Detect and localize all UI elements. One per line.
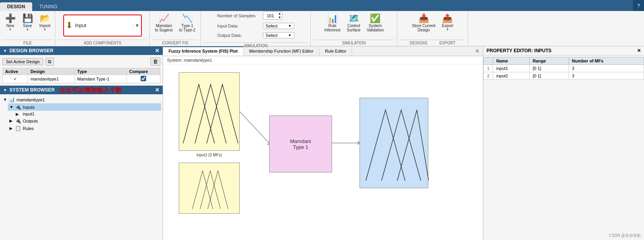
store-design-label: Store Current Design [412,24,435,32]
spinner-down[interactable]: ▼ [277,16,282,20]
rule-inference-label: Rule Inference [324,24,341,32]
save-icon: 💾 [22,14,33,23]
tree-item-outputs[interactable]: ▶ 🔌 Outputs [8,117,161,125]
input-data-select[interactable]: Select ▼ [263,23,294,29]
expand-outputs[interactable]: ▶ [9,119,15,123]
input-dropdown-text: Input [75,22,86,28]
tree-label-rules: Rules [23,126,34,131]
system-validation-button[interactable]: ✅ System Validation [364,13,386,34]
right-panel: PROPERTY EDITOR: INPUTS ✕ Name Range Num… [483,46,644,240]
tree-label-outputs: Outputs [23,119,38,123]
copy-design-button[interactable]: ⧉ [46,58,54,66]
input-dropdown-arrow-btn[interactable]: ▼ [133,23,139,28]
rule-inference-icon: 📊 [327,14,338,23]
num-samples-spinner[interactable]: 101 ▲ ▼ [263,11,283,20]
new-button[interactable]: ➕ New ▼ [2,13,18,33]
ribbon-file-group: ➕ New ▼ 💾 Save ▼ 📂 Import ▼ FILE [0,11,55,46]
property-editor-close[interactable]: ✕ [637,48,641,53]
top-tabs-bar: DESIGN TUNING ? [0,0,644,11]
watermark: CSDN @见你背影 [609,233,641,238]
num-samples-label: Number of Samples [217,13,261,18]
export-button[interactable]: 📤 Export ▼ [439,13,455,33]
help-button[interactable]: ? [633,0,644,11]
new-icon: ➕ [5,14,16,23]
ribbon: ➕ New ▼ 💾 Save ▼ 📂 Import ▼ FILE ⬇ Input… [0,11,644,46]
fis-system-label: System: mamdanitype1 [163,56,483,64]
system-browser-collapse[interactable]: ▼ [3,88,7,92]
fis-canvas[interactable]: input1 (3 MFs) Mamd [163,64,483,240]
compare-cell[interactable] [127,75,160,83]
mamdani-to-sugeno-button[interactable]: 📈 Mamdani to Sugeno [152,13,175,34]
expand-input1[interactable]: ▶ [16,112,21,116]
num-samples-row: Number of Samples 101 ▲ ▼ [217,11,294,20]
import-button[interactable]: 📂 Import ▼ [37,13,53,33]
add-components-label: ADD COMPONENTS [58,40,147,45]
import-dropdown-arrow[interactable]: ▼ [43,28,46,31]
save-button[interactable]: 💾 Save ▼ [20,13,35,33]
prop-range-1: [0 1] [529,65,569,72]
tree-item-inputs[interactable]: ▼ 🔌 Inputs [8,103,161,111]
input-icon: ⬇ [66,20,73,31]
input-data-row: Input Data: Select ▼ [217,23,294,29]
system-browser-close[interactable]: ✕ [155,87,160,93]
input-dropdown[interactable]: ⬇ Input ▼ [63,15,142,37]
prop-range-2: [0 1] [529,72,569,80]
tab-design[interactable]: DESIGN [0,2,32,11]
type1-to-type2-button[interactable]: 📉 Type-1 to Type-2 [177,13,198,34]
center-panel: Fuzzy Inference System (FIS) Plot Member… [163,46,483,240]
design-table: Active Design Type Compare ✓ mamdanitype… [2,68,160,83]
system-browser: ▼ SYSTEM BROWSER ✕ ▼ 📊 mamdanitype1 ▼ 🔌 … [0,86,163,240]
fis-output-box[interactable] [360,98,428,188]
expand-rules[interactable]: ▶ [9,126,15,130]
system-browser-content: ▼ 📊 mamdanitype1 ▼ 🔌 Inputs ▶ input [0,94,163,134]
tree-item-input1[interactable]: ▶ input1 [14,111,161,117]
design-browser-title: DESIGN BROWSER [9,48,53,53]
fis-center-box[interactable]: Mamdani Type 1 [269,115,332,172]
design-browser: ▼ DESIGN BROWSER ✕ Set Active Design ⧉ 🗑… [0,46,163,86]
col-type: Type [75,68,127,75]
mamdani-sugeno-icon: 📈 [159,14,169,23]
save-dropdown-arrow[interactable]: ▼ [26,28,29,31]
prop-row-1[interactable]: 1 input1 [0 1] 3 [484,65,644,72]
prop-name-2: input2 [493,72,530,80]
design-browser-close[interactable]: ✕ [155,48,160,54]
prop-col-mfs: Number of MFs [569,57,644,65]
tab-rule-editor[interactable]: Rule Editor [319,46,352,56]
design-browser-collapse[interactable]: ▼ [3,49,7,53]
type1-type2-icon: 📉 [182,14,193,23]
prop-name-1: input1 [493,65,530,72]
expand-inputs[interactable]: ▼ [9,105,15,109]
control-surface-button[interactable]: 🗺️ Control Surface [345,13,363,34]
table-row[interactable]: ✓ mamdanitype1 Mamdani Type-1 [3,75,160,83]
tab-tuning[interactable]: TUNING [32,2,64,11]
save-label: Save [23,24,32,28]
center-panel-close[interactable]: ✕ [472,46,483,56]
compare-checkbox[interactable] [141,76,146,81]
prop-col-num [484,57,493,65]
export-label: Export [442,24,453,28]
set-active-design-button[interactable]: Set Active Design [2,58,43,65]
expand-mamdanitype1[interactable]: ▼ [3,97,9,102]
design-browser-content: Set Active Design ⧉ 🗑 Active Design Type… [0,55,163,86]
spinner-up[interactable]: ▲ [277,12,282,16]
output-data-select[interactable]: Select ▼ [263,32,294,38]
design-name-cell: mamdanitype1 [28,75,75,83]
col-compare: Compare [127,68,160,75]
new-dropdown-arrow[interactable]: ▼ [9,28,12,31]
prop-row-2[interactable]: 2 input2 [0 1] 3 [484,72,644,80]
tree-item-rules[interactable]: ▶ 📋 Rules [8,125,161,132]
store-current-design-button[interactable]: 📥 Store Current Design [409,13,438,34]
delete-design-button[interactable]: 🗑 [150,57,160,66]
export-dropdown-arrow[interactable]: ▼ [446,28,449,31]
system-browser-title: SYSTEM BROWSER [9,87,55,93]
main-layout: ▼ DESIGN BROWSER ✕ Set Active Design ⧉ 🗑… [0,46,644,240]
spinner-arrows: ▲ ▼ [277,12,282,19]
tree-item-mamdanitype1[interactable]: ▼ 📊 mamdanitype1 [2,96,161,103]
input-data-select-value: Select [266,24,278,28]
input-data-label: Input Data: [217,24,261,28]
prop-mfs-1: 3 [569,65,644,72]
outputs-icon: 🔌 [15,118,21,124]
file-group-label: FILE [2,40,53,45]
rule-inference-button[interactable]: 📊 Rule Inference [322,13,343,34]
output-data-select-value: Select [266,33,278,38]
